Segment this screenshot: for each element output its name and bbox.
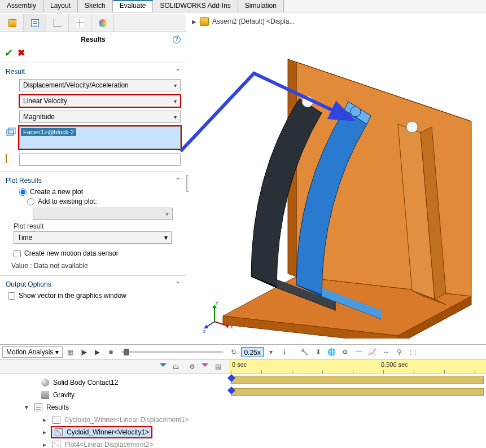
plot-icon [52, 441, 60, 448]
tool-1-button[interactable]: 🔧 [299, 346, 311, 358]
tab-sketch[interactable]: Sketch [78, 0, 113, 12]
chevron-down-icon: ▾ [55, 348, 59, 356]
tab-layout[interactable]: Layout [43, 0, 78, 12]
save-animation-button[interactable]: ⤓ [278, 346, 291, 358]
tool-9-button[interactable]: ⚲ [393, 346, 406, 358]
tree-item-gravity[interactable]: Gravity [3, 389, 229, 401]
time-ruler[interactable]: 0 sec 0.500 sec [229, 360, 486, 374]
chevron-right-icon: ▶ [192, 19, 196, 25]
gravity-icon [41, 391, 49, 399]
calculate-button[interactable]: ▦ [64, 346, 76, 358]
svg-text:x: x [230, 324, 233, 330]
property-panel: Results ? ✔ ✖ Result ⌃ Displacement/Velo… [0, 14, 186, 307]
tree-item-results-folder[interactable]: ▾ Results [3, 401, 229, 414]
appearance-tab[interactable] [91, 14, 114, 32]
panel-title: Results ? [0, 32, 186, 47]
tree-tool-1[interactable]: 🗂 [170, 361, 182, 372]
svg-text:z: z [203, 328, 206, 333]
stop-button[interactable]: ■ [104, 346, 117, 358]
component-selection-box[interactable] [19, 153, 181, 166]
collapse-icon[interactable]: ⌃ [175, 68, 181, 76]
assembly-icon [200, 17, 209, 26]
motion-study-type-select[interactable]: Motion Analysis▾ [2, 346, 63, 358]
plot-result-label: Plot result [14, 222, 181, 230]
play-from-start-button[interactable]: |▶ [77, 346, 90, 358]
command-tabbar: Assembly Layout Sketch Evaluate SOLIDWOR… [0, 0, 486, 12]
collapse-arrow-icon[interactable]: ▾ [25, 403, 30, 411]
face-selection-icon [6, 128, 16, 138]
expand-arrow-icon[interactable]: ▸ [43, 428, 49, 436]
create-new-plot-label: Create a new plot [30, 188, 83, 196]
expand-arrow-icon[interactable]: ▸ [43, 416, 49, 424]
create-sensor-checkbox[interactable] [14, 250, 21, 257]
tab-addins[interactable]: SOLIDWORKS Add-Ins [153, 0, 238, 12]
tool-2-button[interactable]: ⬇ [312, 346, 325, 358]
tab-simulation[interactable]: Simulation [238, 0, 284, 12]
plot-result-select[interactable]: Time▾ [14, 231, 172, 244]
cancel-button[interactable]: ✖ [17, 49, 25, 57]
add-existing-plot-radio[interactable] [27, 198, 34, 205]
tree-item-plot-disp1[interactable]: ▸ Cycloide_Winner<Linear Displacement1> [3, 414, 229, 426]
folder-icon [34, 403, 42, 411]
section-result-header: Result [6, 68, 25, 76]
show-vector-checkbox[interactable] [8, 292, 15, 300]
settings-tool-button[interactable]: ⬚ [407, 346, 419, 358]
plot-icon [52, 416, 60, 424]
property-manager-tab[interactable] [24, 14, 46, 32]
config-manager-tab[interactable] [46, 14, 69, 32]
timeline-tracks[interactable] [229, 374, 486, 448]
svg-point-14 [351, 107, 361, 117]
playback-mode-button[interactable]: ↻ [227, 346, 240, 358]
existing-plot-select: ▾ [33, 208, 173, 220]
plot-icon [55, 428, 63, 436]
section-plot-header: Plot Results [6, 177, 42, 185]
selected-entity[interactable]: Face<1>@block-2 [21, 128, 76, 136]
filter-icon[interactable] [160, 363, 167, 370]
svg-point-18 [406, 121, 418, 133]
playback-speed[interactable]: 0.25x [241, 347, 263, 357]
speed-dropdown[interactable]: ▾ [265, 346, 277, 358]
add-existing-plot-label: Add to existing plot: [38, 197, 97, 205]
tab-evaluate[interactable]: Evaluate [113, 0, 154, 12]
timeline-slider[interactable] [121, 351, 223, 353]
result-component-select[interactable]: Magnitude▾ [19, 111, 181, 123]
face-selection-box[interactable]: Face<1>@block-2 [19, 126, 181, 149]
motion-tree: Solid Body Contact12 Gravity ▾ Results ▸… [0, 374, 229, 448]
section-output-header: Output Options [6, 280, 51, 288]
filter-2-icon[interactable] [202, 363, 208, 370]
tool-8-button[interactable]: ↔ [380, 346, 392, 358]
gravity-tool-button[interactable]: 🌐 [326, 346, 338, 358]
graphics-viewport[interactable] [189, 28, 486, 339]
help-icon[interactable]: ? [173, 36, 181, 43]
result-category-select[interactable]: Displacement/Velocity/Acceleration▾ [19, 79, 181, 91]
tree-tool-3[interactable]: ▤ [212, 361, 224, 372]
collapse-icon[interactable]: ⌃ [175, 280, 181, 288]
svg-point-10 [302, 96, 313, 107]
tree-item-contact[interactable]: Solid Body Contact12 [3, 376, 229, 389]
view-triad[interactable]: x y z [203, 299, 237, 333]
motion-timeline: Motion Analysis▾ ▦ |▶ ▶ ■ ↻ 0.25x ▾ ⤓ 🔧 … [0, 344, 486, 448]
tab-assembly[interactable]: Assembly [0, 0, 43, 12]
section-plot-results: Plot Results ⌃ Create a new plot Add to … [0, 172, 186, 275]
results-tool-button[interactable]: 📈 [366, 346, 379, 358]
svg-text:y: y [216, 300, 218, 305]
breadcrumb[interactable]: ▶ Assem2 (Default) <Displa... [192, 17, 295, 26]
value-readout: Value : Data not available [11, 262, 181, 270]
spring-tool-button[interactable]: 〰 [353, 346, 365, 358]
panel-tabstrip [0, 14, 186, 32]
expand-arrow-icon[interactable]: ▸ [43, 441, 49, 448]
collapse-icon[interactable]: ⌃ [175, 177, 181, 185]
contact-tool-button[interactable]: ⚙ [339, 346, 352, 358]
result-subcategory-select[interactable]: Linear Velocity▾ [19, 95, 181, 107]
create-new-plot-radio[interactable] [19, 188, 27, 196]
show-vector-label: Show vector in the graphics window [19, 292, 126, 300]
svg-marker-21 [226, 324, 229, 328]
dimxpert-tab[interactable] [69, 14, 91, 32]
tree-item-plot-velocity1[interactable]: ▸ Cycloid_Winner<Velocity1> [3, 426, 229, 438]
tree-tool-2[interactable]: ⚙ [186, 361, 198, 372]
play-button[interactable]: ▶ [91, 346, 103, 358]
ok-button[interactable]: ✔ [5, 49, 13, 57]
tree-item-plot-disp2[interactable]: ▸ Plot4<Linear Displacement2> [3, 438, 229, 448]
create-sensor-label: Create new motion data sensor [24, 249, 119, 257]
feature-tree-tab[interactable] [1, 14, 24, 32]
